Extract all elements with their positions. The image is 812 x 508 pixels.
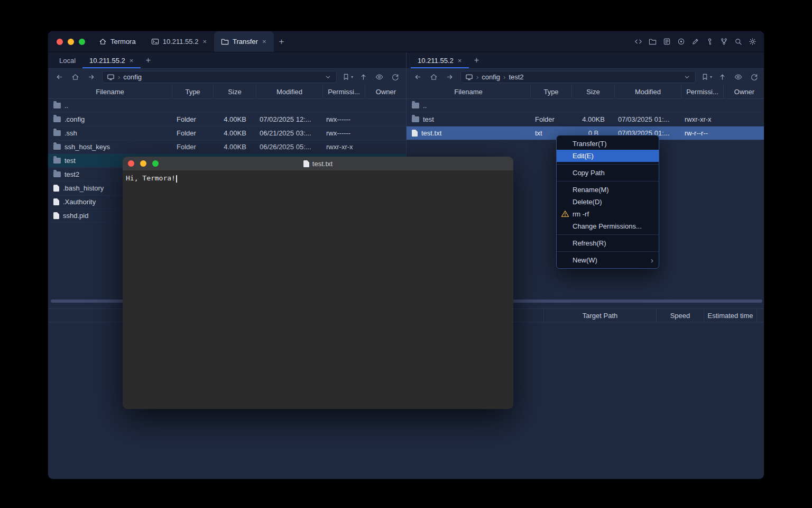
tab-host[interactable]: 10.211.55.2 × <box>144 31 214 52</box>
branch-button[interactable] <box>718 35 729 49</box>
close-tab-icon[interactable]: × <box>129 57 134 64</box>
close-tab-icon[interactable]: × <box>457 57 463 64</box>
path-breadcrumb[interactable]: › config › test2 <box>460 71 696 83</box>
menu-item-copy-path[interactable]: Copy Path <box>557 167 659 179</box>
path-breadcrumb[interactable]: › config <box>102 71 337 83</box>
chevron-down-icon[interactable] <box>324 73 332 81</box>
menu-item-change-permissions[interactable]: Change Permissions... <box>557 220 659 232</box>
home-button[interactable] <box>427 70 440 83</box>
show-hidden-files-button[interactable] <box>731 70 745 83</box>
close-window-button[interactable] <box>57 39 63 45</box>
file-row[interactable]: test Folder 4.00KB 07/03/2025 01:... rwx… <box>407 113 764 126</box>
size-cell: 4.00KB <box>214 126 256 140</box>
file-row[interactable]: .ssh Folder 4.00KB 06/21/2025 03:... rwx… <box>48 126 406 140</box>
record-button[interactable] <box>676 35 686 49</box>
chevron-down-icon[interactable] <box>683 73 691 81</box>
column-header-modified[interactable]: Modified <box>256 85 323 98</box>
tab-remote-host[interactable]: 10.211.55.2 × <box>82 52 141 68</box>
parent-directory-button[interactable] <box>356 70 370 83</box>
column-header-size[interactable]: Size <box>214 85 256 98</box>
breadcrumb-segment[interactable]: config <box>123 73 142 81</box>
column-header-filename[interactable]: Filename <box>48 85 172 98</box>
column-header-filename[interactable]: Filename <box>407 85 531 98</box>
bookmark-icon <box>701 73 709 81</box>
file-row[interactable]: .. <box>407 99 764 113</box>
permissions-cell: rwx------ <box>323 126 365 140</box>
breadcrumb-segment[interactable]: config <box>482 73 500 81</box>
edit-button[interactable] <box>690 35 700 49</box>
column-header-owner[interactable]: Owner <box>724 85 764 98</box>
titlebar[interactable]: Termora 10.211.55.2 × Transfer × + <box>48 31 764 52</box>
new-panel-tab-button[interactable]: + <box>469 52 484 68</box>
tab-transfer[interactable]: Transfer × <box>214 31 274 52</box>
refresh-button[interactable] <box>388 70 402 83</box>
filename-label: .config <box>64 115 85 123</box>
new-tab-button[interactable]: + <box>274 31 290 52</box>
permissions-cell: rwxr-xr-x <box>681 113 724 126</box>
zoom-window-button[interactable] <box>79 39 85 45</box>
minimize-window-button[interactable] <box>68 39 74 45</box>
menu-item-refresh[interactable]: Refresh(R) <box>557 237 659 249</box>
bookmark-button[interactable]: ▾ <box>341 73 354 81</box>
file-row[interactable]: .config Folder 4.00KB 07/02/2025 12:... … <box>48 113 406 126</box>
menu-item-delete[interactable]: Delete(D) <box>557 196 659 208</box>
menu-item-label: Refresh(R) <box>573 239 606 247</box>
breadcrumb-segment[interactable]: test2 <box>509 73 523 81</box>
forward-button[interactable] <box>84 70 98 83</box>
editor-titlebar[interactable]: test.txt <box>123 157 513 171</box>
refresh-button[interactable] <box>747 70 761 83</box>
column-header-owner[interactable]: Owner <box>365 85 407 98</box>
search-button[interactable] <box>733 35 743 49</box>
forward-button[interactable] <box>442 70 456 83</box>
keys-button[interactable] <box>704 35 715 49</box>
menu-item-new[interactable]: New(W) › <box>557 254 659 266</box>
back-button[interactable] <box>52 70 66 83</box>
menu-item-transfer[interactable]: Transfer(T) <box>557 138 659 150</box>
type-cell: Folder <box>531 113 572 126</box>
size-cell: 4.00KB <box>572 113 615 126</box>
close-window-button[interactable] <box>128 160 134 167</box>
folders-button[interactable] <box>647 35 658 49</box>
window-controls <box>57 39 85 45</box>
menu-item-edit[interactable]: Edit(E) <box>557 150 659 162</box>
right-file-list: .. test Folder 4.00KB 07/03/2025 01:... … <box>407 99 764 140</box>
log-button[interactable] <box>661 35 672 49</box>
column-header-type[interactable]: Type <box>531 85 572 98</box>
column-header-permissions[interactable]: Permissi... <box>681 85 724 98</box>
menu-item-rename[interactable]: Rename(M) <box>557 184 659 196</box>
bookmark-button[interactable]: ▾ <box>700 73 713 81</box>
new-panel-tab-button[interactable]: + <box>141 52 155 68</box>
tab-local[interactable]: Local <box>52 52 82 68</box>
back-button[interactable] <box>411 70 425 83</box>
menu-item-rm-rf[interactable]: rm -rf <box>557 208 659 220</box>
editor-content[interactable]: Hi, Termora! <box>123 171 513 409</box>
crumb-separator: › <box>503 73 505 81</box>
show-hidden-files-button[interactable] <box>372 70 386 83</box>
titlebar-actions <box>633 35 758 49</box>
code-button[interactable] <box>633 35 643 49</box>
close-tab-icon[interactable]: × <box>202 38 207 45</box>
column-header-modified[interactable]: Modified <box>615 85 681 98</box>
column-header-type[interactable]: Type <box>172 85 214 98</box>
folder-icon <box>53 144 61 150</box>
settings-button[interactable] <box>747 35 758 49</box>
file-row[interactable]: ssh_host_keys Folder 4.00KB 06/26/2025 0… <box>48 140 406 154</box>
zoom-window-button[interactable] <box>152 160 159 167</box>
column-header-permissions[interactable]: Permissi... <box>323 85 365 98</box>
parent-directory-button[interactable] <box>715 70 729 83</box>
editor-title-label: test.txt <box>312 160 333 168</box>
folder-icon <box>53 171 61 177</box>
code-icon <box>634 38 642 46</box>
folder-icon <box>53 103 61 108</box>
file-row[interactable]: .. <box>48 99 406 113</box>
minimize-window-button[interactable] <box>140 160 146 167</box>
tab-remote-host[interactable]: 10.211.55.2 × <box>411 52 469 68</box>
home-button[interactable] <box>68 70 82 83</box>
column-header-size[interactable]: Size <box>572 85 615 98</box>
menu-item-label: Rename(M) <box>573 186 609 194</box>
menu-item-label: Copy Path <box>573 169 605 177</box>
main-tab-bar: 10.211.55.2 × Transfer × + <box>144 31 290 52</box>
filename-cell: .ssh <box>48 126 172 140</box>
close-tab-icon[interactable]: × <box>262 38 267 45</box>
modified-cell <box>256 99 323 112</box>
